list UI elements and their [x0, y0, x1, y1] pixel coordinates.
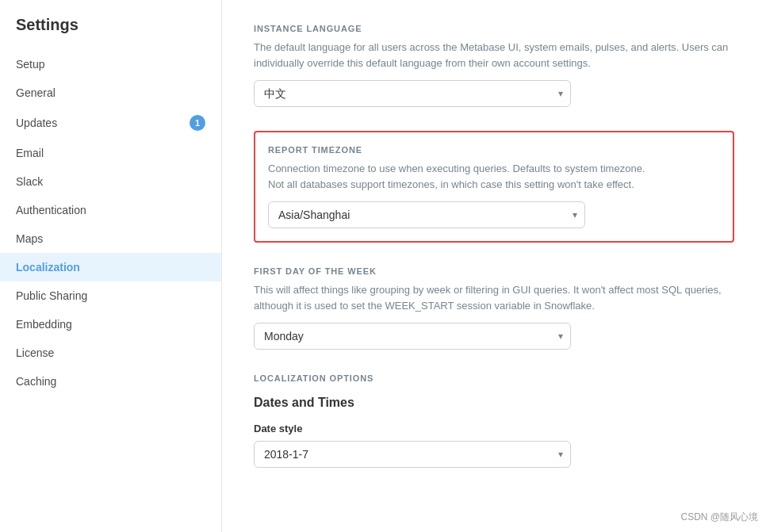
sidebar-item-label: Embedding	[16, 318, 72, 331]
watermark: CSDN @随风心境	[680, 511, 758, 524]
sidebar-item-general[interactable]: General	[0, 78, 221, 107]
sidebar-item-label: License	[16, 346, 54, 359]
sidebar-item-localization[interactable]: Localization	[0, 253, 221, 281]
first-day-select[interactable]: Monday Sunday Saturday Tuesday Wednesday…	[254, 323, 571, 350]
sidebar-item-public-sharing[interactable]: Public Sharing	[0, 281, 221, 310]
report-timezone-desc1: Connection timezone to use when executin…	[268, 161, 720, 192]
sidebar-item-label: General	[16, 86, 56, 99]
sidebar-item-label: Authentication	[16, 204, 86, 216]
report-timezone-select-wrapper: Asia/Shanghai UTC America/New_York Ameri…	[268, 201, 585, 228]
sidebar-item-maps[interactable]: Maps	[0, 224, 221, 253]
first-day-title: FIRST DAY OF THE WEEK	[254, 266, 734, 276]
sidebar-badge: 1	[190, 115, 205, 131]
sidebar-item-email[interactable]: Email	[0, 139, 221, 167]
date-style-select-wrapper: 2018-1-7 January 7, 2018 07/01/2018 01/0…	[254, 441, 571, 468]
sidebar-item-label: Caching	[16, 375, 56, 388]
sidebar-item-label: Email	[16, 147, 44, 159]
instance-language-section: INSTANCE LANGUAGE The default language f…	[254, 24, 734, 107]
settings-page: Settings SetupGeneralUpdates1EmailSlackA…	[0, 0, 766, 532]
first-day-select-wrapper: Monday Sunday Saturday Tuesday Wednesday…	[254, 323, 571, 350]
sidebar-item-label: Slack	[16, 175, 43, 188]
instance-language-title: INSTANCE LANGUAGE	[254, 24, 734, 33]
dates-times-title: Dates and Times	[254, 396, 734, 410]
instance-language-select[interactable]: 中文 English Español Français Deutsch	[254, 80, 571, 107]
sidebar-item-slack[interactable]: Slack	[0, 167, 221, 196]
report-timezone-title: REPORT TIMEZONE	[268, 145, 720, 155]
first-day-desc: This will affect things like grouping by…	[254, 282, 734, 313]
sidebar-item-updates[interactable]: Updates1	[0, 107, 221, 139]
sidebar-item-license[interactable]: License	[0, 339, 221, 367]
sidebar-item-label: Public Sharing	[16, 289, 87, 302]
localization-options-section: LOCALIZATION OPTIONS Dates and Times Dat…	[254, 373, 734, 468]
sidebar-item-label: Maps	[16, 232, 43, 245]
sidebar-item-label: Updates	[16, 117, 57, 129]
report-timezone-select[interactable]: Asia/Shanghai UTC America/New_York Ameri…	[268, 201, 585, 228]
date-style-select[interactable]: 2018-1-7 January 7, 2018 07/01/2018 01/0…	[254, 441, 571, 468]
sidebar-item-label: Setup	[16, 58, 45, 71]
sidebar-item-setup[interactable]: Setup	[0, 50, 221, 78]
date-style-label: Date style	[254, 423, 734, 434]
sidebar-item-label: Localization	[16, 261, 80, 274]
localization-options-title: LOCALIZATION OPTIONS	[254, 373, 734, 383]
instance-language-desc: The default language for all users acros…	[254, 40, 734, 71]
main-content: INSTANCE LANGUAGE The default language f…	[222, 0, 766, 532]
sidebar-item-caching[interactable]: Caching	[0, 367, 221, 396]
sidebar: Settings SetupGeneralUpdates1EmailSlackA…	[0, 0, 222, 532]
first-day-section: FIRST DAY OF THE WEEK This will affect t…	[254, 266, 734, 350]
report-timezone-section: REPORT TIMEZONE Connection timezone to u…	[254, 131, 734, 243]
sidebar-title: Settings	[0, 16, 221, 50]
instance-language-select-wrapper: 中文 English Español Français Deutsch ▾	[254, 80, 571, 107]
sidebar-item-embedding[interactable]: Embedding	[0, 310, 221, 339]
sidebar-item-authentication[interactable]: Authentication	[0, 196, 221, 224]
